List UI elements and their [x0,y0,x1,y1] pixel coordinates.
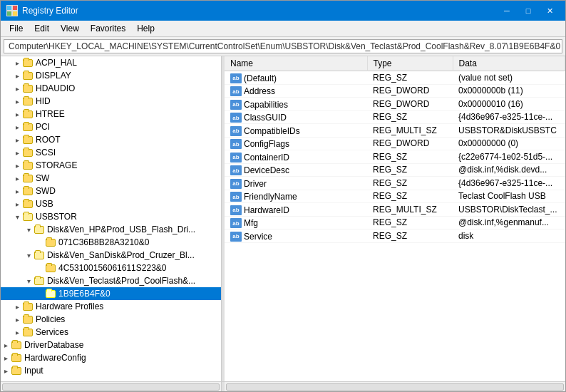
table-row[interactable]: ab ConfigFlagsREG_DWORD0x00000000 (0) [225,137,565,150]
tree-item-htree[interactable]: ▸HTREE [1,108,221,120]
tree-toggle-driverdatabase[interactable]: ▸ [1,340,11,350]
tree-toggle-sandisk_sub[interactable] [35,263,45,273]
cell-type-0: REG_SZ [367,71,453,85]
table-row[interactable]: ab HardwareIDREG_MULTI_SZUSBSTOR\DiskTec… [225,203,565,217]
table-row[interactable]: ab FriendlyNameREG_SZTeclast CoolFlash U… [225,190,565,203]
address-bar[interactable]: Computer\HKEY_LOCAL_MACHINE\SYSTEM\Curre… [4,39,562,53]
main-content: ▸ACPI_HAL▸DISPLAY▸HDAUDIO▸HID▸HTREE▸PCI▸… [1,56,565,381]
tree-item-disk_sandisk[interactable]: ▾Disk&Ven_SanDisk&Prod_Cruzer_Bl... [1,249,221,262]
tree-toggle-disk_teclast[interactable]: ▾ [24,276,34,286]
tree-toggle-policies[interactable]: ▸ [12,314,22,324]
tree-toggle-usb[interactable]: ▸ [12,199,22,209]
table-row[interactable]: ab CompatibleIDsREG_MULTI_SZUSBSTOR&Disk… [225,124,565,138]
menu-help[interactable]: Help [131,22,160,35]
tree-label-scsi: SCSI [36,148,56,158]
tree-toggle-hardwareconfig[interactable]: ▸ [1,353,11,363]
tree-toggle-hdaudio[interactable]: ▸ [12,83,22,93]
tree-item-hid[interactable]: ▸HID [1,95,221,108]
tree-item-sandisk_sub[interactable]: 4C53100156061611S223&0 [1,262,221,274]
tree-toggle-disk_hp[interactable]: ▾ [24,225,34,234]
detail-panel[interactable]: Name Type Data ab (Default)REG_SZ(value … [225,56,565,381]
cell-data-9: Teclast CoolFlash USB [453,190,565,203]
tree-toggle-swd[interactable]: ▸ [12,186,22,196]
tree-item-hp_sub[interactable]: 071C36B8B28A3210&0 [1,236,221,249]
cell-data-5: 0x00000000 (0) [453,137,565,150]
folder-icon-hp_sub [45,237,56,247]
table-row[interactable]: ab AddressREG_DWORD0x0000000b (11) [225,84,565,98]
tree-toggle-disk_sandisk[interactable]: ▾ [24,250,34,260]
tree-toggle-usbstor[interactable]: ▾ [12,212,22,222]
folder-icon-driverdatabase [11,340,22,350]
tree-item-usbstor[interactable]: ▾USBSTOR [1,210,221,223]
tree-item-pci[interactable]: ▸PCI [1,120,221,133]
tree-toggle-hardware_profiles[interactable]: ▸ [12,301,22,311]
tree-toggle-hid[interactable]: ▸ [12,96,22,106]
tree-item-teclast_sub[interactable]: 1B9E6B4F&0 [1,287,221,300]
tree-scroll[interactable]: ▸ACPI_HAL▸DISPLAY▸HDAUDIO▸HID▸HTREE▸PCI▸… [1,56,221,381]
tree-toggle-root[interactable]: ▸ [12,135,22,145]
table-row[interactable]: ab DriverREG_SZ{4d36e967-e325-11ce-... [225,177,565,190]
tree-item-swd[interactable]: ▸SWD [1,185,221,197]
table-row[interactable]: ab ServiceREG_SZdisk [225,229,565,243]
tree-item-root[interactable]: ▸ROOT [1,133,221,146]
minimize-button[interactable]: ─ [497,4,517,18]
cell-type-4: REG_MULTI_SZ [367,124,453,138]
detail-scrollbar[interactable] [225,382,565,391]
table-header-row: Name Type Data [225,56,565,71]
tree-item-storage[interactable]: ▸STORAGE [1,159,221,172]
table-row[interactable]: ab ClassGUIDREG_SZ{4d36e967-e325-11ce-..… [225,110,565,124]
maximize-button[interactable]: □ [518,4,538,18]
tree-toggle-display[interactable]: ▸ [12,71,22,81]
tree-scrollbar[interactable] [1,382,222,391]
tree-item-display[interactable]: ▸DISPLAY [1,69,221,82]
col-header-name: Name [225,56,367,71]
tree-item-sw[interactable]: ▸SW [1,172,221,185]
tree-toggle-teclast_sub[interactable] [35,289,45,299]
tree-item-usb[interactable]: ▸USB [1,197,221,210]
ab-icon-7: ab [230,165,242,175]
tree-toggle-input[interactable]: ▸ [1,366,11,376]
tree-toggle-htree[interactable]: ▸ [12,109,22,119]
tree-item-scsi[interactable]: ▸SCSI [1,146,221,159]
tree-item-disk_teclast[interactable]: ▾Disk&Ven_Teclast&Prod_CoolFlash&... [1,274,221,287]
ab-icon-8: ab [230,179,242,189]
tree-toggle-pci[interactable]: ▸ [12,122,22,132]
ab-icon-9: ab [230,192,242,202]
tree-toggle-services[interactable]: ▸ [12,327,22,337]
table-row[interactable]: ab MfgREG_SZ@disk.inf,%genmanuf... [225,216,565,229]
tree-toggle-sw[interactable]: ▸ [12,173,22,183]
table-row[interactable]: ab (Default)REG_SZ(value not set) [225,71,565,85]
tree-item-hdaudio[interactable]: ▸HDAUDIO [1,82,221,95]
tree-toggle-scsi[interactable]: ▸ [12,148,22,158]
table-row[interactable]: ab DeviceDescREG_SZ@disk.inf,%disk.devd.… [225,163,565,177]
menu-edit[interactable]: Edit [29,22,55,35]
menu-bar: File Edit View Favorites Help [1,21,565,37]
ab-icon-4: ab [230,126,242,136]
tree-toggle-hp_sub[interactable] [35,237,45,247]
tree-item-hardware_profiles[interactable]: ▸Hardware Profiles [1,300,221,313]
ab-icon-5: ab [230,139,242,149]
menu-view[interactable]: View [55,22,85,35]
cell-data-3: {4d36e967-e325-11ce-... [453,110,565,124]
tree-label-storage: STORAGE [36,160,77,170]
table-row[interactable]: ab CapabilitiesREG_DWORD0x00000010 (16) [225,98,565,111]
tree-item-input[interactable]: ▸Input [1,364,221,377]
tree-item-disk_hp[interactable]: ▾Disk&Ven_HP&Prod_USB_Flash_Dri... [1,223,221,236]
cell-name-8: ab Driver [225,177,367,190]
tree-item-hardwareconfig[interactable]: ▸HardwareConfig [1,351,221,364]
cell-type-7: REG_SZ [367,163,453,177]
tree-toggle-storage[interactable]: ▸ [12,160,22,170]
table-row[interactable]: ab ContainerIDREG_SZ{c22e6774-1e02-51d5-… [225,150,565,164]
tree-item-policies[interactable]: ▸Policies [1,313,221,326]
menu-favorites[interactable]: Favorites [85,22,131,35]
cell-type-5: REG_DWORD [367,137,453,150]
tree-panel: ▸ACPI_HAL▸DISPLAY▸HDAUDIO▸HID▸HTREE▸PCI▸… [1,56,222,381]
tree-item-services[interactable]: ▸Services [1,326,221,339]
tree-item-driverdatabase[interactable]: ▸DriverDatabase [1,339,221,351]
close-button[interactable]: ✕ [540,4,560,18]
tree-label-driverdatabase: DriverDatabase [24,340,83,350]
cell-data-6: {c22e6774-1e02-51d5-... [453,150,565,164]
menu-file[interactable]: File [4,22,29,35]
tree-toggle-acpi_hal[interactable]: ▸ [12,58,22,68]
tree-item-acpi_hal[interactable]: ▸ACPI_HAL [1,56,221,69]
